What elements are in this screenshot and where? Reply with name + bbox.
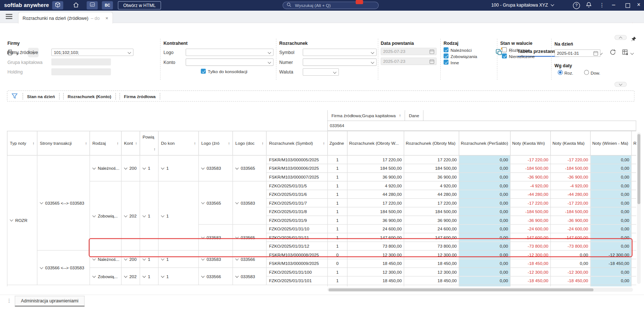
- pivot-total-cell[interactable]: -1 397 280,00: [510, 285, 551, 286]
- pivot-value-cell[interactable]: -44 280,00: [510, 190, 551, 199]
- pivot-group-cell[interactable]: 033565: [199, 181, 233, 224]
- chevron-down-icon[interactable]: [124, 257, 127, 261]
- pivot-value-cell[interactable]: 73 800,00: [347, 242, 404, 251]
- refresh-button[interactable]: [610, 49, 616, 57]
- global-search[interactable]: [283, 1, 379, 9]
- pivot-group-cell[interactable]: 033583: [199, 155, 233, 182]
- pivot-value-cell[interactable]: 0,00: [590, 216, 632, 224]
- pivot-cut-cell[interactable]: [632, 173, 636, 182]
- pivot-value-cell[interactable]: 12 300,00: [404, 267, 459, 276]
- chevron-down-icon[interactable]: [142, 213, 146, 217]
- pivot-cut-cell[interactable]: [632, 250, 636, 259]
- logo-combobox[interactable]: [186, 48, 274, 56]
- pivot-value-cell[interactable]: -17 220,00: [550, 198, 590, 207]
- pivot-value-cell[interactable]: 1: [328, 267, 348, 276]
- pivot-value-cell[interactable]: -18 450,00: [510, 259, 551, 268]
- export-button[interactable]: [622, 49, 629, 57]
- pivot-cut-cell[interactable]: [632, 259, 636, 268]
- pivot-cut-cell[interactable]: [632, 267, 636, 276]
- pivot-cut-cell[interactable]: [632, 285, 636, 286]
- pivot-value-cell[interactable]: 147 600,00: [347, 233, 404, 242]
- pivot-group-cell[interactable]: 1: [140, 155, 158, 182]
- pivot-data-header-obroty-wn[interactable]: Rozrachunek (Obroty W...: [347, 131, 404, 155]
- chevron-down-icon[interactable]: [201, 257, 204, 261]
- pivot-value-cell[interactable]: 24 600,00: [347, 224, 404, 233]
- pivot-group-cell[interactable]: 033565: [233, 155, 266, 182]
- hamburger-menu-icon[interactable]: [6, 14, 12, 20]
- chevron-down-icon[interactable]: [142, 274, 146, 278]
- roz-radio[interactable]: [558, 70, 563, 75]
- screenshot-button[interactable]: [87, 1, 98, 9]
- pivot-value-cell[interactable]: -12 300,00: [550, 267, 590, 276]
- chevron-down-icon[interactable]: [92, 213, 96, 217]
- pivot-group-cell[interactable]: 033566 <--> 033583: [37, 250, 90, 285]
- pivot-value-cell[interactable]: 0: [328, 250, 348, 259]
- pivot-total-cell[interactable]: 0,00: [459, 285, 510, 286]
- chevron-down-icon[interactable]: [333, 70, 336, 74]
- pivot-group-cell[interactable]: 200: [121, 250, 140, 267]
- pivot-value-cell[interactable]: 0,00: [459, 155, 510, 164]
- pivot-value-cell[interactable]: 0,00: [590, 207, 632, 216]
- chevron-down-icon[interactable]: [161, 257, 164, 261]
- pivot-data-header-zgodne[interactable]: Zgodne: [328, 131, 348, 155]
- pivot-symbol-cell[interactable]: FSKR/M103/000009/2025: [266, 259, 328, 268]
- pivot-total-label[interactable]: ROZR razem: [7, 285, 328, 286]
- pivot-value-cell[interactable]: 0,00: [590, 224, 632, 233]
- pivot-value-cell[interactable]: 24 600,00: [404, 224, 459, 233]
- chevron-down-icon[interactable]: [10, 218, 13, 222]
- pivot-group-cell[interactable]: Zobowią...: [90, 267, 121, 285]
- pivot-data-header-obroty-ma[interactable]: Rozrachunek (Obroty Ma): [404, 131, 459, 155]
- pin-button[interactable]: [631, 36, 637, 44]
- pivot-row-header-strony-transakcji[interactable]: Strony transakcji↑: [37, 131, 90, 155]
- chevron-down-icon[interactable]: [128, 50, 131, 54]
- pivot-total-cell[interactable]: -30 750,00: [590, 285, 632, 286]
- vertical-scrollbar[interactable]: [637, 133, 641, 284]
- pivot-group-cell[interactable]: 1: [140, 267, 158, 285]
- dow-radio[interactable]: [584, 70, 589, 75]
- more-menu-button[interactable]: ⋮: [599, 2, 605, 8]
- chevron-down-icon[interactable]: [40, 201, 43, 204]
- pivot-data-chip[interactable]: Dane: [405, 111, 423, 121]
- pivot-value-cell[interactable]: 1: [328, 207, 348, 216]
- pivot-value-cell[interactable]: 18 450,00: [347, 276, 404, 285]
- pivot-value-cell[interactable]: 0,00: [459, 181, 510, 190]
- pivot-symbol-cell[interactable]: FSKR/M103/000005/2025: [266, 155, 328, 164]
- pivot-cut-cell[interactable]: [632, 216, 636, 224]
- pivot-symbol-cell[interactable]: FZKO/2025/01/31/6: [266, 190, 328, 199]
- zobowiazania-checkbox[interactable]: [444, 54, 448, 58]
- chevron-down-icon[interactable]: [201, 166, 204, 170]
- pivot-value-cell[interactable]: 0,00: [590, 198, 632, 207]
- chevron-down-icon[interactable]: [235, 201, 239, 204]
- pivot-symbol-cell[interactable]: FSKR/M103/000007/2025: [266, 173, 328, 182]
- pivot-value-cell[interactable]: 0,00: [459, 233, 510, 242]
- chevron-down-icon[interactable]: [124, 274, 127, 278]
- pivot-value-cell[interactable]: 0,00: [590, 173, 632, 182]
- pivot-group-cell[interactable]: 033583: [233, 181, 266, 224]
- filter-chip-stan-na-dzien[interactable]: Stan na dzień: [23, 93, 59, 100]
- pivot-value-cell[interactable]: 0,00: [459, 190, 510, 199]
- pivot-cut-cell[interactable]: [632, 233, 636, 242]
- konsolidacja-checkbox[interactable]: [201, 69, 205, 73]
- vertical-scrollbar-thumb[interactable]: [637, 134, 640, 204]
- chevron-down-icon[interactable]: [235, 166, 239, 170]
- pivot-value-cell[interactable]: -147 600,00: [550, 233, 590, 242]
- pivot-group-cell[interactable]: 1: [158, 267, 199, 285]
- pivot-data-header-noty-winien-ma[interactable]: Noty (Winien - Ma): [590, 131, 632, 155]
- chevron-down-icon[interactable]: [92, 257, 96, 261]
- pivot-value-cell[interactable]: 0,00: [459, 198, 510, 207]
- pivot-group-cell[interactable]: 033583: [199, 250, 233, 267]
- pivot-value-cell[interactable]: 0,00: [459, 164, 510, 173]
- pivot-value-cell[interactable]: 73 800,00: [404, 242, 459, 251]
- help-button[interactable]: ?: [573, 2, 580, 9]
- bottom-tab-administracja[interactable]: Administracja uprawnieniami: [15, 296, 84, 306]
- pivot-value-cell[interactable]: -4 920,00: [550, 181, 590, 190]
- filter-chip-rozrachunek-konto[interactable]: Rozrachunek (Konto): [63, 93, 116, 100]
- pivot-symbol-cell[interactable]: FZKO/2025/01/31/5: [266, 181, 328, 190]
- pivot-group-cell[interactable]: Należnoś...: [90, 250, 121, 267]
- pivot-value-cell[interactable]: 0,00: [459, 173, 510, 182]
- pivot-value-cell[interactable]: 1: [328, 233, 348, 242]
- pivot-group-cell[interactable]: 1: [140, 181, 158, 250]
- pivot-value-cell[interactable]: 0,00: [459, 276, 510, 285]
- pivot-value-cell[interactable]: 0,00: [590, 242, 632, 251]
- pivot-group-cell[interactable]: 033583: [199, 224, 233, 251]
